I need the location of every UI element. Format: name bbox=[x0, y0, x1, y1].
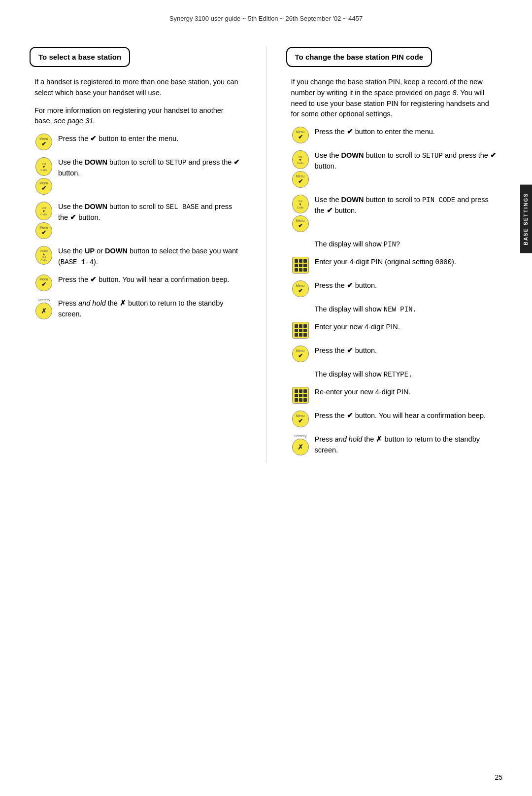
right-step-5: Enter your 4-digit PIN (original setting… bbox=[291, 257, 498, 274]
left-step-6: Secrecy ✗ Press and hold the ✗ button to… bbox=[34, 298, 241, 320]
right-step-12: Menu ✔ Press the ✔ button. You will hear… bbox=[291, 411, 498, 427]
right-section-content: If you change the base station PIN, keep… bbox=[286, 77, 503, 456]
right-step-8-text: Enter your new 4-digit PIN. bbox=[315, 322, 498, 333]
left-step-2: Vol ▼ Calls Menu ✔ Use the DOWN button t… bbox=[34, 157, 241, 195]
header-text: Synergy 3100 user guide ~ 5th Edition ~ … bbox=[169, 15, 363, 22]
r-keypad-icon-1 bbox=[291, 257, 310, 274]
r-menu-check-icon-3: Menu ✔ bbox=[291, 346, 310, 362]
left-step-6-text: Press and hold the ✗ button to return to… bbox=[58, 298, 241, 320]
redial-icon: Redial ▲ Vol Calls bbox=[34, 246, 53, 265]
left-step-1-text: Press the ✔ button to enter the menu. bbox=[58, 134, 241, 144]
r-vol-check-icon-2: Vol ▼ Calls Menu ✔ bbox=[291, 195, 310, 232]
right-section-title: To change the base station PIN code bbox=[286, 47, 432, 67]
right-step-8: Enter your new 4-digit PIN. bbox=[291, 322, 498, 339]
page-number: 25 bbox=[495, 773, 502, 781]
right-step-2-text: Use the DOWN button to scroll to SETUP a… bbox=[315, 150, 498, 172]
left-step-2-text: Use the DOWN button to scroll to SETUP a… bbox=[58, 157, 241, 179]
page-header: Synergy 3100 user guide ~ 5th Edition ~ … bbox=[30, 15, 502, 22]
right-step-3: Vol ▼ Calls Menu ✔ Use the DOWN button t… bbox=[291, 195, 498, 232]
r-keypad-icon-2 bbox=[291, 322, 310, 339]
r-menu-check-icon-1: Menu ✔ bbox=[291, 127, 310, 143]
right-step-11: Re-enter your new 4-digit PIN. bbox=[291, 387, 498, 404]
right-step-6: Menu ✔ Press the ✔ button. bbox=[291, 280, 498, 297]
right-step-13-text: Press and hold the ✗ button to return to… bbox=[315, 434, 498, 456]
left-step-4-text: Use the UP or DOWN button to select the … bbox=[58, 246, 241, 268]
right-step-7: The display will show NEW PIN. bbox=[291, 304, 498, 315]
base-settings-tab: BASE SETTINGS bbox=[520, 185, 532, 253]
right-step-11-text: Re-enter your new 4-digit PIN. bbox=[315, 387, 498, 398]
left-para-1: If a handset is registered to more than … bbox=[34, 77, 241, 99]
right-step-1-text: Press the ✔ button to enter the menu. bbox=[315, 127, 498, 138]
right-step-2: Vol ▼ Calls Menu ✔ Use the DOWN button t… bbox=[291, 150, 498, 188]
r-menu-check-icon-2: Menu ✔ bbox=[291, 280, 310, 297]
right-step-1: Menu ✔ Press the ✔ button to enter the m… bbox=[291, 127, 498, 143]
right-intro: If you change the base station PIN, keep… bbox=[291, 77, 498, 120]
menu-check-icon-2: Menu ✔ bbox=[34, 275, 53, 291]
r-keypad-icon-3 bbox=[291, 387, 310, 404]
two-column-layout: To select a base station If a handset is… bbox=[30, 47, 502, 463]
right-step-4-text: The display will show PIN? bbox=[315, 239, 498, 250]
left-section-title: To select a base station bbox=[30, 47, 130, 67]
left-step-5: Menu ✔ Press the ✔ button. You will hear… bbox=[34, 275, 241, 291]
left-step-3-text: Use the DOWN button to scroll to SEL BAS… bbox=[58, 202, 241, 223]
vol-down-icon-2: Vol ▼ Calls Menu ✔ bbox=[34, 202, 53, 239]
left-step-3: Vol ▼ Calls Menu ✔ Use the DOWN button t… bbox=[34, 202, 241, 239]
page-container: Synergy 3100 user guide ~ 5th Edition ~ … bbox=[0, 0, 532, 796]
right-step-10: The display will show RETYPE. bbox=[291, 369, 498, 380]
left-step-4: Redial ▲ Vol Calls Use the UP or DOWN bu… bbox=[34, 246, 241, 268]
right-step-10-text: The display will show RETYPE. bbox=[315, 369, 498, 380]
left-para-2: For more information on registering your… bbox=[34, 105, 241, 127]
right-step-13: Secrecy ✗ Press and hold the ✗ button to… bbox=[291, 434, 498, 456]
vol-down-icon-1: Vol ▼ Calls Menu ✔ bbox=[34, 157, 53, 195]
right-step-9: Menu ✔ Press the ✔ button. bbox=[291, 346, 498, 362]
column-divider bbox=[266, 47, 266, 463]
r-menu-check-icon-4: Menu ✔ bbox=[291, 411, 310, 427]
left-step-1: Menu ✔ Press the ✔ button to enter the m… bbox=[34, 134, 241, 150]
right-step-9-text: Press the ✔ button. bbox=[315, 346, 498, 356]
right-step-3-text: Use the DOWN button to scroll to PIN COD… bbox=[315, 195, 498, 216]
left-column: To select a base station If a handset is… bbox=[30, 47, 246, 463]
right-column: To change the base station PIN code If y… bbox=[286, 47, 503, 463]
right-step-12-text: Press the ✔ button. You will hear a conf… bbox=[315, 411, 498, 421]
right-step-4: The display will show PIN? bbox=[291, 239, 498, 250]
left-step-5-text: Press the ✔ button. You will hear a conf… bbox=[58, 275, 241, 285]
secrecy-x-icon-1: Secrecy ✗ bbox=[34, 298, 53, 319]
right-step-7-text: The display will show NEW PIN. bbox=[315, 304, 498, 315]
menu-check-icon-1: Menu ✔ bbox=[34, 134, 53, 150]
right-step-5-text: Enter your 4-digit PIN (original setting… bbox=[315, 257, 498, 268]
r-secrecy-x-icon: Secrecy ✗ bbox=[291, 434, 310, 455]
left-section-content: If a handset is registered to more than … bbox=[30, 77, 246, 319]
right-step-6-text: Press the ✔ button. bbox=[315, 280, 498, 291]
r-vol-check-icon-1: Vol ▼ Calls Menu ✔ bbox=[291, 150, 310, 188]
